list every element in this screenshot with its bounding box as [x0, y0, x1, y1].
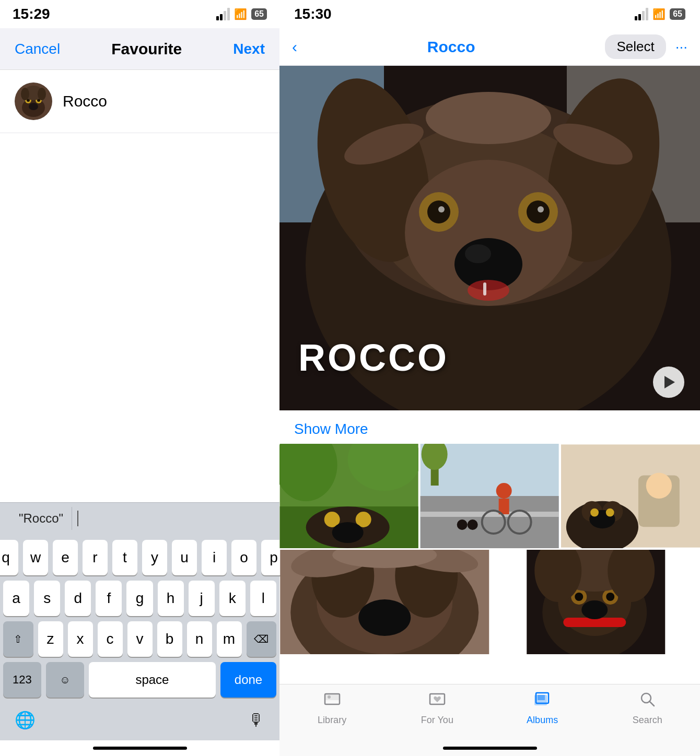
svg-point-53	[646, 473, 671, 499]
key-r[interactable]: r	[83, 540, 108, 575]
svg-line-90	[649, 701, 654, 706]
key-h[interactable]: h	[158, 581, 184, 616]
tab-search[interactable]: Search	[595, 691, 700, 726]
key-v[interactable]: v	[127, 621, 153, 657]
svg-rect-41	[421, 496, 559, 548]
more-button[interactable]: ···	[675, 39, 687, 55]
svg-point-37	[332, 522, 364, 543]
microphone-icon[interactable]: 🎙	[248, 711, 265, 730]
right-wifi-icon: 📶	[652, 8, 666, 20]
albums-icon	[534, 691, 551, 712]
svg-point-6	[29, 103, 38, 110]
svg-point-8	[21, 88, 29, 100]
left-home-indicator	[0, 740, 279, 756]
avatar-dog-image	[15, 82, 52, 120]
svg-point-20	[427, 200, 450, 223]
key-z[interactable]: z	[38, 621, 63, 657]
key-s[interactable]: s	[34, 581, 60, 616]
photo-dog-grass	[279, 444, 418, 548]
photo-cell-5[interactable]	[492, 550, 701, 654]
photo-cell-1[interactable]	[279, 444, 418, 548]
search-icon	[639, 691, 656, 712]
svg-rect-88	[538, 695, 545, 700]
key-m[interactable]: m	[217, 621, 242, 657]
shift-key[interactable]: ⇧	[3, 621, 33, 657]
photo-cell-2[interactable]	[420, 444, 559, 548]
tab-albums[interactable]: Albums	[490, 691, 595, 726]
name-input[interactable]	[63, 92, 265, 110]
tab-library[interactable]: Library	[279, 691, 384, 726]
delete-key[interactable]: ⌫	[247, 621, 277, 657]
num-key[interactable]: 123	[3, 662, 41, 698]
key-c[interactable]: c	[98, 621, 123, 657]
cancel-button[interactable]: Cancel	[15, 41, 60, 57]
svg-rect-83	[325, 694, 340, 700]
keyboard-row-3: ⇧ z x c v b n m ⌫	[3, 621, 276, 657]
foryou-icon	[429, 691, 446, 712]
predictive-cursor	[77, 511, 78, 526]
left-panel: 15:29 📶 65 Cancel Favourite Next	[0, 0, 279, 756]
key-a[interactable]: a	[3, 581, 29, 616]
library-label: Library	[318, 715, 346, 726]
home-bar	[93, 747, 187, 750]
photo-cell-4[interactable]	[279, 550, 490, 654]
key-q[interactable]: q	[0, 540, 18, 575]
predictive-word[interactable]: "Rocco"	[10, 507, 72, 530]
right-battery-badge: 65	[670, 8, 685, 20]
key-o[interactable]: o	[231, 540, 256, 575]
search-label: Search	[633, 715, 662, 726]
svg-point-24	[538, 206, 544, 212]
svg-point-27	[468, 280, 509, 301]
photo-grid	[279, 444, 700, 684]
key-g[interactable]: g	[126, 581, 153, 616]
svg-point-84	[328, 695, 331, 699]
space-key[interactable]: space	[89, 662, 216, 698]
right-home-indicator	[279, 740, 700, 756]
next-button[interactable]: Next	[233, 41, 265, 57]
svg-point-77	[606, 593, 614, 601]
select-button[interactable]: Select	[605, 34, 666, 59]
show-more-button[interactable]: Show More	[279, 410, 700, 444]
play-button[interactable]	[653, 367, 684, 398]
key-b[interactable]: b	[157, 621, 182, 657]
right-panel: 15:30 📶 65 ‹ Rocco Select ···	[279, 0, 700, 756]
right-signal-icon	[635, 8, 648, 20]
key-k[interactable]: k	[219, 581, 246, 616]
key-e[interactable]: e	[53, 540, 78, 575]
photo-bike-road	[420, 444, 559, 548]
svg-point-48	[468, 519, 478, 530]
key-t[interactable]: t	[112, 540, 137, 575]
key-y[interactable]: y	[142, 540, 167, 575]
key-n[interactable]: n	[187, 621, 212, 657]
key-f[interactable]: f	[96, 581, 122, 616]
key-i[interactable]: i	[202, 540, 227, 575]
key-j[interactable]: j	[189, 581, 215, 616]
left-content-area	[0, 133, 279, 502]
svg-rect-42	[421, 512, 559, 517]
svg-point-75	[575, 593, 583, 601]
left-status-bar: 15:29 📶 65	[0, 0, 279, 28]
foryou-label: For You	[421, 715, 453, 726]
emoji-key[interactable]: ☺	[46, 662, 84, 698]
svg-point-43	[496, 483, 512, 499]
globe-icon[interactable]: 🌐	[15, 710, 36, 730]
albums-label: Albums	[527, 715, 558, 726]
photo-row-2	[279, 550, 700, 654]
key-u[interactable]: u	[172, 540, 197, 575]
play-triangle-icon	[664, 376, 675, 388]
done-key[interactable]: done	[220, 662, 276, 698]
photo-cell-3[interactable]	[561, 444, 700, 548]
key-l[interactable]: l	[250, 581, 276, 616]
tab-foryou[interactable]: For You	[384, 691, 489, 726]
left-nav-bar: Cancel Favourite Next	[0, 28, 279, 70]
right-status-icons: 📶 65	[635, 8, 685, 20]
key-d[interactable]: d	[65, 581, 91, 616]
right-home-bar	[443, 747, 537, 750]
right-nav-title: Rocco	[427, 38, 475, 56]
photo-dog-baby	[561, 444, 700, 548]
key-w[interactable]: w	[23, 540, 48, 575]
key-x[interactable]: x	[68, 621, 93, 657]
signal-icon	[216, 8, 230, 20]
back-button[interactable]: ‹	[292, 38, 297, 56]
svg-rect-28	[483, 282, 486, 296]
